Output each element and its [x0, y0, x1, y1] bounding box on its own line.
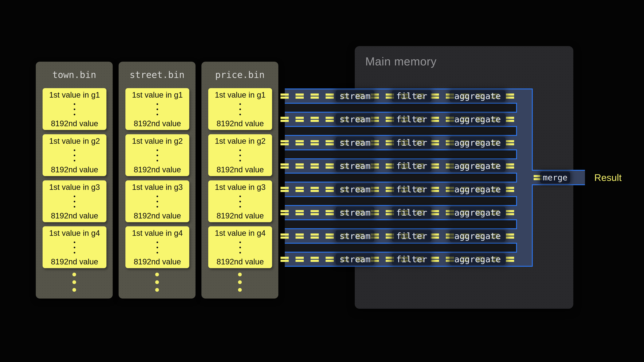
block-last-value: 8192nd value [51, 166, 98, 174]
diagram-canvas: Main memory merge Result town.bin1st val… [0, 0, 644, 362]
vertical-ellipsis-icon [239, 149, 241, 161]
dot-icon [74, 201, 75, 202]
block-first-value: 1st value in g1 [49, 91, 100, 99]
file-card: street.bin1st value in g18192nd value1st… [118, 62, 196, 299]
dot-icon [155, 288, 159, 292]
stage-box-stream: stream [336, 230, 374, 242]
equals-data-icon [310, 140, 319, 145]
value-block: 1st value in g18192nd value [126, 88, 189, 130]
stage-box-aggregate: aggregate [450, 160, 506, 172]
block-last-value: 8192nd value [134, 166, 181, 174]
dot-icon [74, 196, 75, 197]
pipeline-row: streamfilteraggregate [280, 252, 518, 267]
dot-icon [74, 114, 75, 115]
equals-data-icon [280, 163, 289, 169]
block-last-value: 8192nd value [51, 212, 98, 220]
file-name: town.bin [36, 70, 113, 79]
stage-box-stream: stream [336, 160, 374, 172]
block-last-value: 8192nd value [51, 120, 98, 127]
equals-data-icon [506, 117, 514, 122]
dot-icon [156, 242, 158, 243]
stage-box-filter: filter [392, 90, 432, 102]
vertical-ellipsis-icon [156, 196, 158, 208]
value-block: 1st value in g28192nd value [42, 134, 106, 176]
equals-data-icon [431, 117, 439, 122]
equals-data-icon [310, 234, 319, 239]
equals-data-icon [506, 163, 514, 169]
equals-data-icon [506, 234, 514, 239]
stage-box-stream: stream [336, 137, 374, 148]
dot-icon [74, 206, 75, 208]
more-groups-ellipsis-icon [155, 273, 159, 292]
dot-icon [72, 288, 76, 292]
value-block: 1st value in g38192nd value [126, 180, 189, 222]
equals-data-icon [280, 117, 289, 122]
dot-icon [156, 149, 158, 151]
equals-data-icon [296, 163, 304, 169]
dot-icon [156, 155, 158, 156]
dot-icon [156, 206, 158, 208]
more-groups-ellipsis-icon [238, 273, 242, 292]
pipeline-row: streamfilteraggregate [280, 112, 518, 127]
value-block: 1st value in g18192nd value [42, 88, 106, 130]
dot-icon [74, 103, 75, 105]
block-first-value: 1st value in g1 [132, 91, 183, 99]
equals-data-icon [280, 257, 289, 262]
stage-box-filter: filter [392, 113, 432, 125]
vertical-ellipsis-icon [74, 196, 75, 208]
block-first-value: 1st value in g1 [215, 91, 266, 99]
dot-icon [74, 149, 75, 151]
equals-data-icon [326, 163, 334, 169]
block-last-value: 8192nd value [216, 212, 264, 220]
dot-icon [156, 160, 158, 161]
file-card: town.bin1st value in g18192nd value1st v… [36, 62, 113, 299]
stage-box-aggregate: aggregate [450, 254, 506, 265]
merge-operator-box: merge [540, 172, 570, 183]
dot-icon [238, 280, 242, 284]
equals-data-icon [506, 187, 514, 192]
vertical-ellipsis-icon [239, 196, 241, 208]
block-last-value: 8192nd value [216, 166, 264, 174]
equals-data-icon [431, 257, 439, 262]
dot-icon [239, 242, 241, 243]
pipeline-right-border-upper [532, 88, 533, 170]
pipeline-gap [285, 149, 517, 159]
equals-data-icon [326, 187, 334, 192]
stage-box-filter: filter [392, 207, 432, 218]
pipeline-row: streamfilteraggregate [280, 88, 518, 104]
pipeline-right-border-lower [532, 185, 533, 267]
stage-box-stream: stream [336, 254, 374, 265]
equals-data-icon [506, 210, 514, 215]
stage-box-stream: stream [336, 113, 374, 125]
value-block: 1st value in g48192nd value [42, 226, 106, 268]
equals-data-icon [296, 93, 304, 99]
dot-icon [74, 242, 75, 243]
equals-data-icon [296, 187, 304, 192]
equals-data-icon [326, 210, 334, 215]
value-block: 1st value in g18192nd value [208, 88, 272, 130]
pipeline-row: streamfilteraggregate [280, 228, 518, 244]
dot-icon [72, 280, 76, 284]
dot-icon [239, 114, 241, 115]
equals-data-icon [296, 117, 304, 122]
dot-icon [238, 273, 242, 276]
main-memory-title: Main memory [365, 56, 437, 67]
stage-box-aggregate: aggregate [450, 113, 506, 125]
equals-data-icon [280, 140, 289, 145]
dot-icon [74, 247, 75, 248]
equals-data-icon [326, 93, 334, 99]
equals-data-icon [326, 257, 334, 262]
equals-data-icon [506, 257, 514, 262]
dot-icon [74, 155, 75, 156]
vertical-ellipsis-icon [156, 242, 158, 254]
pipeline-gap [285, 196, 517, 206]
stage-box-filter: filter [392, 230, 432, 242]
pipeline-row: streamfilteraggregate [280, 158, 518, 174]
block-last-value: 8192nd value [216, 258, 264, 266]
value-block: 1st value in g48192nd value [208, 226, 272, 268]
block-first-value: 1st value in g4 [132, 229, 183, 237]
dot-icon [238, 288, 242, 292]
dot-icon [74, 108, 75, 110]
pipeline-gap [285, 126, 517, 136]
block-first-value: 1st value in g3 [132, 183, 183, 191]
